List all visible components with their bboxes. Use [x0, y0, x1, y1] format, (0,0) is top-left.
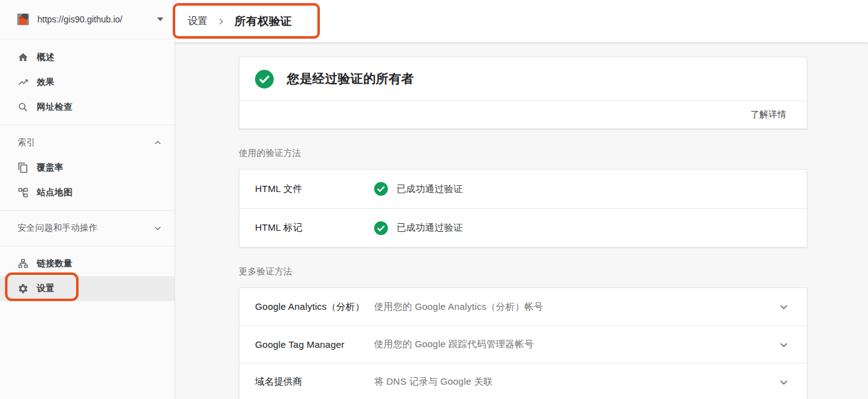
method-description: 将 DNS 记录与 Google 关联	[374, 376, 493, 388]
performance-icon	[17, 77, 29, 88]
sidebar-item-coverage[interactable]: 覆盖率	[0, 155, 175, 180]
method-label: Google Tag Manager	[255, 339, 374, 350]
divider	[0, 246, 175, 246]
top-bar: 设置 所有权验证	[175, 0, 868, 42]
sidebar-section-index[interactable]: 索引	[0, 130, 175, 155]
method-description: 使用您的 Google 跟踪代码管理器帐号	[374, 339, 534, 350]
verification-row-html-file: HTML 文件 已成功通过验证	[239, 170, 807, 208]
sidebar-nav: 概述 效果 网址检查 索引 覆盖率	[0, 39, 175, 301]
sitemap-icon	[17, 187, 29, 198]
learn-more-button[interactable]: 了解详情	[751, 109, 786, 120]
method-label: HTML 标记	[255, 222, 374, 234]
sidebar-item-settings[interactable]: 设置	[0, 276, 175, 301]
method-row-google-tag-manager[interactable]: Google Tag Manager 使用您的 Google 跟踪代码管理器帐号	[239, 325, 807, 363]
sidebar-section-security[interactable]: 安全问题和手动操作	[0, 216, 175, 241]
property-selector[interactable]: https://gis90.github.io/	[0, 0, 175, 39]
chevron-down-icon[interactable]	[778, 339, 790, 351]
sidebar-item-label: 链接数量	[37, 258, 72, 269]
sidebar-item-sitemaps[interactable]: 站点地图	[0, 180, 175, 205]
sidebar: https://gis90.github.io/ 概述 效果 网址检查 索引	[0, 0, 175, 399]
sidebar-section-label: 索引	[17, 137, 36, 148]
main-content: 您是经过验证的所有者 了解详情 使用的验证方法 HTML 文件 已成功通过验证 …	[175, 42, 868, 399]
sidebar-item-overview[interactable]: 概述	[0, 45, 175, 70]
property-url: https://gis90.github.io/	[37, 14, 152, 24]
more-methods-heading: 更多验证方法	[239, 266, 808, 277]
used-methods-heading: 使用的验证方法	[239, 148, 808, 159]
check-circle-icon	[255, 70, 274, 89]
method-label: Google Analytics（分析）	[255, 301, 374, 313]
method-row-google-analytics[interactable]: Google Analytics（分析） 使用您的 Google Analyti…	[239, 288, 807, 325]
owner-card-title: 您是经过验证的所有者	[287, 70, 414, 87]
chevron-down-icon[interactable]	[778, 376, 790, 388]
site-favicon	[17, 13, 29, 26]
sidebar-item-label: 覆盖率	[37, 162, 64, 173]
sidebar-item-label: 网址检查	[37, 102, 72, 113]
search-icon	[17, 102, 29, 113]
divider	[0, 210, 175, 211]
divider	[0, 125, 175, 125]
verification-status: 已成功通过验证	[397, 183, 463, 195]
chevron-up-icon	[153, 138, 162, 147]
sidebar-item-label: 设置	[37, 283, 55, 294]
chevron-down-icon[interactable]	[778, 300, 790, 313]
check-circle-icon	[374, 182, 388, 196]
sidebar-item-performance[interactable]: 效果	[0, 70, 175, 95]
used-methods-card: HTML 文件 已成功通过验证 HTML 标记 已成功通过验证	[239, 169, 808, 248]
sidebar-item-label: 效果	[37, 77, 55, 88]
sidebar-item-label: 概述	[37, 52, 55, 63]
verification-status: 已成功通过验证	[397, 222, 463, 234]
gear-icon	[17, 283, 29, 294]
links-icon	[17, 258, 29, 269]
sidebar-item-url-inspection[interactable]: 网址检查	[0, 95, 175, 120]
home-icon	[17, 52, 29, 63]
method-description: 使用您的 Google Analytics（分析）帐号	[374, 301, 543, 313]
coverage-icon	[17, 162, 29, 173]
sidebar-item-links[interactable]: 链接数量	[0, 251, 175, 276]
chevron-right-icon	[217, 17, 225, 26]
caret-down-icon	[157, 17, 163, 21]
owner-verified-card: 您是经过验证的所有者 了解详情	[239, 57, 808, 129]
sidebar-item-label: 站点地图	[37, 187, 72, 198]
method-label: HTML 文件	[255, 183, 374, 195]
sidebar-section-label: 安全问题和手动操作	[17, 223, 98, 234]
chevron-down-icon	[153, 224, 162, 233]
breadcrumb-settings[interactable]: 设置	[188, 15, 208, 28]
method-row-domain-provider[interactable]: 域名提供商 将 DNS 记录与 Google 关联	[239, 363, 807, 399]
breadcrumb-ownership-verification: 所有权验证	[234, 14, 292, 29]
more-methods-card: Google Analytics（分析） 使用您的 Google Analyti…	[239, 287, 808, 399]
check-circle-icon	[374, 221, 388, 235]
method-label: 域名提供商	[255, 376, 374, 388]
verification-row-html-tag: HTML 标记 已成功通过验证	[239, 208, 807, 247]
